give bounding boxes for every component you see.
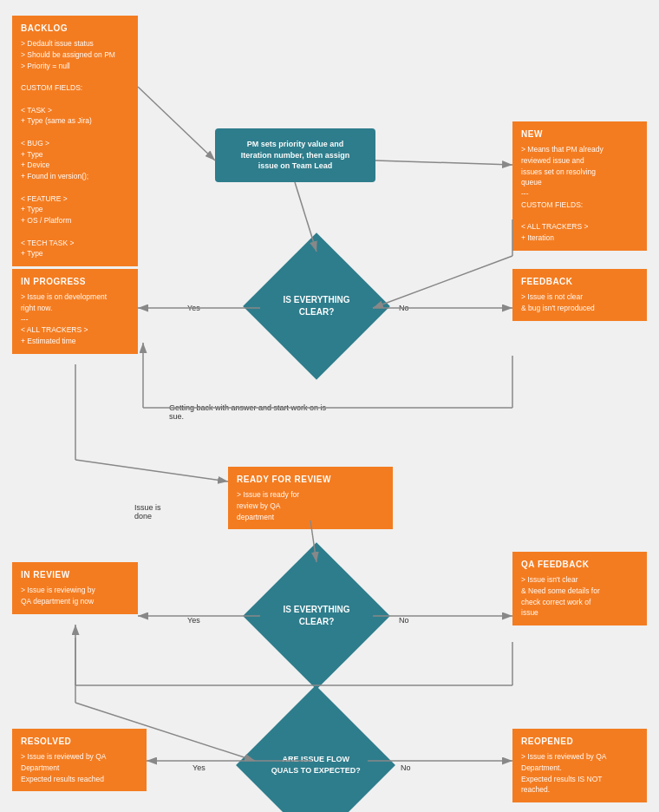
no1-label: No <box>399 304 409 312</box>
diamond1: IS EVERYTHINGCLEAR? <box>260 250 373 363</box>
backlog-box: BACKLOG > Dedault issue status > Should … <box>12 16 138 266</box>
diamond2: IS EVERYTHINGCLEAR? <box>260 560 373 672</box>
resolved-box: RESOLVED > Issue is reviewed by QA Depar… <box>12 729 147 791</box>
feedback-content: > Issue is not clear & bug isn't reprodu… <box>521 291 638 314</box>
resolved-content: > Issue is reviewed by QA Department Exp… <box>21 751 138 784</box>
diamond1-shape: IS EVERYTHINGCLEAR? <box>243 232 390 380</box>
diamond3: ARE ISSUE FLOWQUALS TO EXPECTED? <box>255 704 376 812</box>
reopened-content: > Issue is reviewed by QA Department. Ex… <box>521 751 638 796</box>
diamond3-text: ARE ISSUE FLOWQUALS TO EXPECTED? <box>268 754 363 776</box>
inprogress-box: IN PROGRESS > Issue is on development ri… <box>12 269 138 354</box>
feedback-box: FEEDBACK > Issue is not clear & bug isn'… <box>512 269 647 321</box>
diagram-container: BACKLOG > Dedault issue status > Should … <box>0 0 659 812</box>
issuedone-label: Issue isdone <box>134 503 161 521</box>
inreview-box: IN REVIEW > Issue is reviewing by QA dep… <box>12 562 138 614</box>
yes1-label: Yes <box>187 304 200 312</box>
inreview-content: > Issue is reviewing by QA department ig… <box>21 585 129 607</box>
no3-label: No <box>401 763 411 772</box>
new-title: NEW <box>521 128 638 141</box>
svg-line-1 <box>138 87 215 160</box>
inprogress-content: > Issue is on development right now. ---… <box>21 291 129 347</box>
gettingback-label: Getting back with answer and start work … <box>169 403 326 421</box>
pm-process-text: PM sets priority value andIteration numb… <box>241 140 350 170</box>
readyforreview-content: > Issue is ready for review by QA depart… <box>237 489 384 522</box>
feedback-title: FEEDBACK <box>521 276 638 288</box>
backlog-title: BACKLOG <box>21 23 129 35</box>
svg-line-4 <box>373 256 512 308</box>
reopened-title: REOPENED <box>521 736 638 748</box>
yes2-label: Yes <box>187 616 200 625</box>
diamond3-shape: ARE ISSUE FLOWQUALS TO EXPECTED? <box>236 685 395 812</box>
svg-line-2 <box>375 160 512 165</box>
no2-label: No <box>399 616 409 625</box>
qafeedback-title: QA FEEDBACK <box>521 559 638 571</box>
backlog-content: > Dedault issue status > Should be assig… <box>21 38 129 259</box>
diamond2-text: IS EVERYTHINGCLEAR? <box>273 604 360 628</box>
inreview-title: IN REVIEW <box>21 569 129 581</box>
pm-process-box: PM sets priority value andIteration numb… <box>215 128 375 182</box>
resolved-title: RESOLVED <box>21 736 138 748</box>
qafeedback-box: QA FEEDBACK > Issue isn't clear & Need s… <box>512 552 647 625</box>
diamond2-shape: IS EVERYTHINGCLEAR? <box>243 542 390 690</box>
svg-line-12 <box>75 460 228 481</box>
inprogress-title: IN PROGRESS <box>21 276 129 288</box>
yes3-label: Yes <box>192 763 206 772</box>
new-box: NEW > Means that PM already reviewed iss… <box>512 121 647 251</box>
readyforreview-title: READY FOR REVIEW <box>237 474 384 486</box>
qafeedback-content: > Issue isn't clear & Need some details … <box>521 574 638 619</box>
readyforreview-box: READY FOR REVIEW > Issue is ready for re… <box>228 467 393 529</box>
reopened-box: REOPENED > Issue is reviewed by QA Depar… <box>512 729 647 802</box>
diamond1-text: IS EVERYTHINGCLEAR? <box>273 294 360 318</box>
new-content: > Means that PM already reviewed issue a… <box>521 144 638 244</box>
